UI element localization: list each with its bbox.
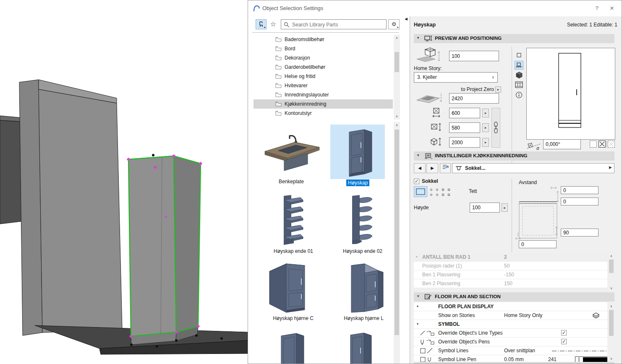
collapse-icon[interactable]: ▾ bbox=[417, 320, 418, 328]
tree-item[interactable]: Baderomstilbehør bbox=[254, 35, 393, 44]
library-item-hoyskap-hjorne-c[interactable] bbox=[262, 260, 321, 316]
avstand-mid-input[interactable] bbox=[561, 198, 598, 205]
3d-viewport[interactable] bbox=[0, 0, 248, 364]
sokkel-option-dot[interactable] bbox=[436, 189, 438, 191]
library-item-label[interactable]: Høyskap hjørne L bbox=[340, 315, 388, 322]
sokkel-option-square[interactable] bbox=[448, 189, 450, 191]
mirror-copy-button[interactable] bbox=[608, 140, 615, 148]
hoyde-popup-button[interactable]: ▸ bbox=[502, 203, 508, 212]
help-button[interactable]: ? bbox=[591, 4, 602, 13]
library-item-label[interactable]: Høyskap ende 01 bbox=[268, 248, 319, 255]
library-item-hoyskap-ende-01[interactable] bbox=[269, 193, 309, 247]
grid-scrollbar[interactable]: ∧ bbox=[394, 122, 400, 364]
grid-scroll-thumb[interactable] bbox=[395, 130, 399, 335]
tree-item[interactable]: Innredningslayouter bbox=[254, 90, 393, 99]
search-input[interactable] bbox=[291, 21, 385, 29]
sokkel-option-dot[interactable] bbox=[430, 189, 432, 191]
section-innstillinger[interactable]: ▾ INNSTILLINGER KJØKKENINNREDNING bbox=[414, 151, 614, 161]
reference-popup-button[interactable]: ▸ bbox=[495, 86, 501, 93]
hoyde-input[interactable] bbox=[470, 203, 500, 213]
symbol-line-pen-row[interactable]: Symbol Line Pen 0.05 mm 241 bbox=[414, 355, 607, 362]
sokkel-option-square[interactable] bbox=[442, 194, 444, 196]
pens-checkbox[interactable]: ✓ bbox=[561, 339, 567, 344]
close-button[interactable]: × bbox=[606, 4, 617, 13]
transfer-settings-button[interactable] bbox=[440, 163, 451, 173]
next-page-button[interactable]: ▶ bbox=[426, 163, 438, 173]
info-icon[interactable] bbox=[515, 91, 523, 99]
settings-button[interactable]: ⚙ ▸ bbox=[388, 19, 400, 29]
no-mirror-button[interactable] bbox=[590, 140, 597, 148]
search-field[interactable] bbox=[281, 19, 387, 29]
scroll-down-icon[interactable]: ∨ bbox=[608, 356, 614, 362]
collapse-icon[interactable]: ▾ bbox=[417, 36, 419, 40]
library-item-hoyskap-ende-02[interactable] bbox=[340, 193, 377, 247]
collapse-panel-icon[interactable]: ◀ bbox=[405, 17, 408, 21]
section-model[interactable]: ▾ MODEL bbox=[414, 362, 614, 364]
tree-item[interactable]: Helse og fritid bbox=[254, 72, 393, 81]
library-item-label-selected[interactable]: Høyskap bbox=[346, 179, 369, 186]
collapse-icon[interactable]: ▾ bbox=[417, 294, 419, 298]
angle-input[interactable] bbox=[543, 139, 581, 149]
tree-scrollbar[interactable]: ∧ ∨ bbox=[394, 35, 400, 120]
tree-item[interactable]: Bord bbox=[254, 44, 393, 53]
param-row[interactable]: Ben 1 Plassering -150 bbox=[414, 270, 607, 279]
page-menu-icon[interactable]: ▶ bbox=[609, 165, 612, 169]
avstand-bottom-input[interactable] bbox=[519, 240, 557, 248]
symbol-2d-view-icon[interactable] bbox=[517, 53, 521, 57]
tree-item-selected[interactable]: Kjøkkeninnredning bbox=[254, 99, 393, 109]
symbol-lines-row[interactable]: Symbol Lines Over snittplan bbox=[414, 346, 607, 355]
height-popup-button[interactable]: ▸ bbox=[482, 138, 489, 147]
show-on-stories-row[interactable]: Show on Stories Home Story Only bbox=[414, 311, 607, 320]
collapse-icon[interactable]: ▾ bbox=[417, 302, 418, 311]
param-row-header[interactable]: ▾ ANTALL BEN RAD 1 2 bbox=[414, 253, 607, 262]
tree-item[interactable]: Hvitevarer bbox=[254, 81, 393, 90]
section-preview-positioning[interactable]: ▾ PREVIEW AND POSITIONING bbox=[414, 34, 614, 43]
param-row[interactable]: Ben 2 Plassering 150 bbox=[414, 279, 607, 288]
sokkel-option-dot[interactable] bbox=[430, 194, 432, 196]
scroll-down-icon[interactable]: ∨ bbox=[608, 285, 614, 291]
collapse-icon[interactable]: ▾ bbox=[416, 253, 418, 261]
override-line-types-row[interactable]: Override Object's Line Types ✓ bbox=[414, 329, 607, 338]
scroll-up-icon[interactable]: ∧ bbox=[608, 303, 614, 309]
library-item-label[interactable]: Høyskap ende 02 bbox=[337, 248, 388, 255]
link-dimensions-button[interactable] bbox=[491, 108, 500, 148]
width-popup-button[interactable]: ▸ bbox=[482, 109, 489, 117]
scroll-down-icon[interactable]: ∨ bbox=[394, 113, 400, 120]
scroll-up-icon[interactable]: ∧ bbox=[394, 122, 400, 128]
object-preview[interactable] bbox=[526, 48, 615, 140]
sokkel-option-dot[interactable] bbox=[436, 194, 438, 196]
param-scroll-thumb[interactable] bbox=[609, 260, 614, 273]
library-item-label[interactable]: Benkeplate bbox=[266, 178, 316, 185]
favorites-button[interactable]: ☆ bbox=[268, 19, 278, 29]
library-item-hoyskap[interactable] bbox=[337, 125, 378, 180]
tree-item[interactable]: Garderobetilbehør bbox=[254, 62, 393, 72]
section-floor-plan[interactable]: ▾ FLOOR PLAN AND SECTION bbox=[414, 292, 614, 302]
scroll-up-icon[interactable]: ∧ bbox=[394, 35, 400, 41]
floorplan-scroll-thumb[interactable] bbox=[609, 310, 614, 336]
page-selector[interactable]: Sokkel... ▶ bbox=[452, 163, 614, 173]
collapse-icon[interactable]: ▾ bbox=[417, 153, 419, 157]
line-type-preview[interactable] bbox=[552, 350, 607, 352]
param-row[interactable]: Posisjon rader (1) 50 bbox=[414, 262, 607, 270]
front-view-icon[interactable] bbox=[515, 61, 523, 70]
avstand-top-input[interactable] bbox=[561, 186, 598, 194]
override-pens-row[interactable]: Override Object's Pens ✓ bbox=[414, 338, 607, 346]
offset-input[interactable] bbox=[449, 51, 499, 61]
3d-view-icon[interactable] bbox=[515, 71, 523, 79]
avstand-right-input[interactable] bbox=[561, 229, 598, 237]
mirror-button[interactable] bbox=[598, 140, 606, 148]
pen-color-swatch[interactable] bbox=[575, 356, 607, 362]
depth-popup-button[interactable]: ▸ bbox=[482, 123, 489, 132]
floorplan-display-header-row[interactable]: ▾ FLOOR PLAN DISPLAY bbox=[414, 302, 607, 311]
library-item-partial[interactable] bbox=[340, 329, 380, 364]
floorplan-scrollbar[interactable]: ∧ ∨ bbox=[608, 303, 614, 362]
object-type-button[interactable]: ▸ bbox=[256, 19, 267, 29]
sokkel-option-square[interactable] bbox=[448, 194, 450, 196]
height-input[interactable] bbox=[449, 137, 480, 148]
library-item-benkeplate[interactable] bbox=[260, 125, 323, 179]
sokkel-type-tett-button[interactable] bbox=[414, 186, 427, 197]
preview-animation-icon[interactable] bbox=[515, 81, 523, 88]
tree-scroll-thumb[interactable] bbox=[395, 52, 399, 72]
param-row-clipped[interactable] bbox=[414, 288, 607, 291]
stories-icon[interactable] bbox=[592, 312, 600, 319]
